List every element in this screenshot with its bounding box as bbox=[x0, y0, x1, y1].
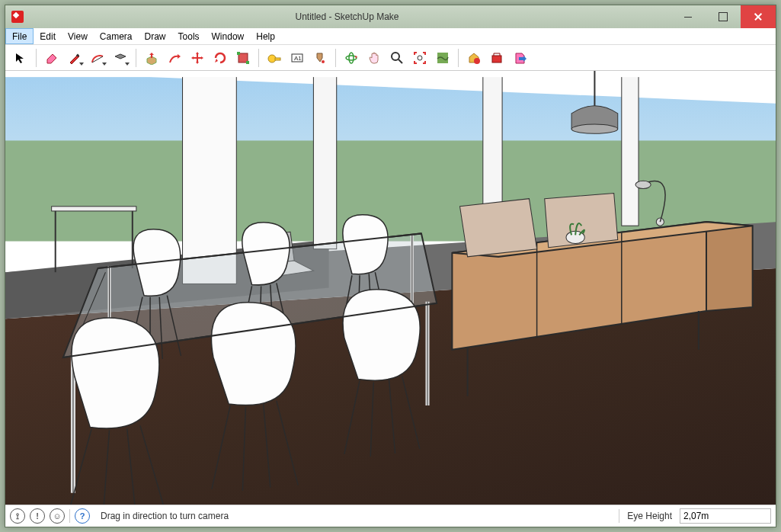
separator bbox=[36, 49, 37, 67]
extensions-tool[interactable] bbox=[486, 47, 507, 69]
titlebar[interactable]: Untitled - SketchUp Make bbox=[5, 5, 776, 28]
menu-help[interactable]: Help bbox=[250, 28, 281, 44]
close-button[interactable] bbox=[741, 5, 776, 28]
minimize-button[interactable] bbox=[671, 5, 706, 28]
separator bbox=[136, 49, 136, 67]
svg-point-9 bbox=[322, 60, 325, 63]
separator bbox=[458, 49, 459, 67]
separator bbox=[619, 509, 619, 523]
menu-draw[interactable]: Draw bbox=[139, 28, 172, 44]
menu-view[interactable]: View bbox=[62, 28, 94, 44]
svg-rect-28 bbox=[5, 71, 776, 77]
shape-tool[interactable] bbox=[110, 47, 131, 69]
svg-point-16 bbox=[474, 58, 480, 64]
select-tool[interactable] bbox=[10, 47, 31, 69]
svg-rect-27 bbox=[622, 71, 639, 226]
menu-file[interactable]: File bbox=[5, 28, 34, 44]
pushpull-tool[interactable] bbox=[141, 47, 162, 69]
eye-height-input[interactable] bbox=[680, 508, 771, 524]
geo-icon[interactable]: ⟟ bbox=[10, 508, 25, 524]
eye-height-label: Eye Height bbox=[624, 511, 675, 521]
menubar: File Edit View Camera Draw Tools Window … bbox=[5, 28, 776, 45]
orbit-tool[interactable] bbox=[341, 47, 362, 69]
svg-text:A1: A1 bbox=[294, 55, 302, 62]
svg-point-45 bbox=[635, 181, 651, 188]
svg-marker-35 bbox=[706, 222, 753, 311]
warehouse-tool[interactable] bbox=[463, 47, 485, 69]
svg-rect-25 bbox=[313, 71, 336, 249]
svg-rect-3 bbox=[237, 52, 240, 55]
user-icon[interactable]: ☺ bbox=[50, 508, 65, 524]
addlocation-tool[interactable] bbox=[432, 47, 453, 69]
followme-tool[interactable] bbox=[164, 47, 185, 69]
svg-point-44 bbox=[656, 218, 664, 226]
separator bbox=[69, 509, 70, 523]
app-window: Untitled - SketchUp Make File Edit View … bbox=[5, 5, 776, 527]
svg-point-12 bbox=[392, 53, 399, 60]
tape-tool[interactable] bbox=[264, 47, 285, 69]
statusbar: ⟟ ! ☺ ? Drag in direction to turn camera… bbox=[5, 505, 776, 527]
separator bbox=[335, 49, 336, 67]
svg-point-11 bbox=[349, 53, 354, 63]
zoomextents-tool[interactable] bbox=[409, 47, 431, 69]
zoom-tool[interactable] bbox=[386, 47, 408, 69]
help-icon[interactable]: ? bbox=[75, 508, 90, 524]
svg-marker-41 bbox=[459, 199, 536, 257]
svg-rect-6 bbox=[275, 58, 280, 60]
menu-camera[interactable]: Camera bbox=[94, 28, 139, 44]
window-title: Untitled - SketchUp Make bbox=[24, 11, 671, 22]
rotate-tool[interactable] bbox=[210, 47, 231, 69]
menu-window[interactable]: Window bbox=[206, 28, 251, 44]
maximize-button[interactable] bbox=[706, 5, 741, 28]
toolbar: A1 bbox=[5, 45, 776, 71]
app-icon bbox=[11, 11, 24, 23]
svg-point-30 bbox=[571, 124, 618, 133]
export-tool[interactable] bbox=[509, 47, 530, 69]
arc-tool[interactable] bbox=[87, 47, 108, 69]
svg-rect-17 bbox=[492, 56, 501, 62]
paint-tool[interactable] bbox=[309, 47, 331, 69]
window-controls bbox=[671, 5, 776, 28]
move-tool[interactable] bbox=[187, 47, 208, 69]
menu-edit[interactable]: Edit bbox=[34, 28, 62, 44]
menu-tools[interactable]: Tools bbox=[172, 28, 206, 44]
eraser-tool[interactable] bbox=[41, 47, 62, 69]
text-tool[interactable]: A1 bbox=[286, 47, 308, 69]
separator bbox=[258, 49, 259, 67]
pencil-tool[interactable] bbox=[64, 47, 85, 69]
pan-tool[interactable] bbox=[363, 47, 385, 69]
status-hint: Drag in direction to turn camera bbox=[94, 511, 614, 521]
svg-line-13 bbox=[399, 59, 402, 63]
svg-point-14 bbox=[418, 56, 422, 60]
svg-point-10 bbox=[346, 56, 357, 60]
svg-rect-24 bbox=[183, 71, 237, 284]
viewport[interactable] bbox=[5, 71, 776, 505]
scale-tool[interactable] bbox=[232, 47, 254, 69]
info-icon[interactable]: ! bbox=[30, 508, 45, 524]
svg-rect-4 bbox=[246, 61, 249, 64]
svg-rect-31 bbox=[52, 207, 136, 211]
